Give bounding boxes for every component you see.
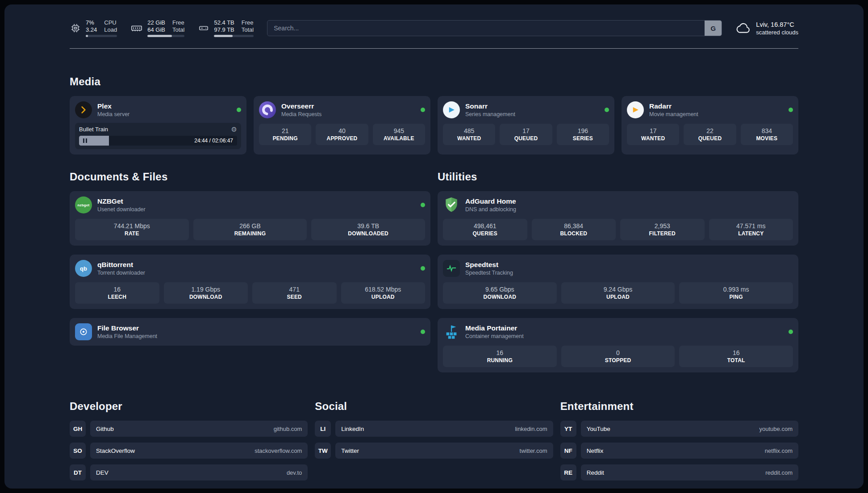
stat-value: 471 [254,286,335,293]
card-qbittorrent[interactable]: qb qBittorrent Torrent downloader 16 LEE… [70,255,430,309]
search-engine-button[interactable]: G [705,21,722,36]
reddit-abbr-tile[interactable]: RE [560,464,576,480]
stackoverflow-abbr-tile[interactable]: SO [70,443,86,459]
stat-label: FILTERED [622,230,703,237]
link-row-stackoverflow: SO StackOverflow stackoverflow.com [70,443,308,459]
card-portainer[interactable]: Media Portainer Container management 16 … [438,318,798,372]
stat-upload: 9.24 Gbps UPLOAD [561,282,675,304]
stat-label: LATENCY [711,230,792,237]
github-abbr-tile[interactable]: GH [70,421,86,437]
stat-upload: 618.52 Mbps UPLOAD [341,282,426,304]
memory-icon [130,22,143,34]
stat-value: 47.571 ms [711,222,792,230]
settings-icon[interactable]: ⚙ [231,126,237,133]
stat-value: 618.52 Mbps [343,286,424,293]
link-url: youtube.com [760,426,793,432]
status-dot-online [421,266,425,271]
playback-progress-bar[interactable]: 24:44 / 02:06:47 [79,136,237,146]
dev-link[interactable]: DEV dev.to [90,464,308,480]
stat-label: WANTED [629,135,677,142]
linkedin-link[interactable]: LinkedIn linkedin.com [335,421,553,437]
topbar: 7% 3.24 CPU Load [70,15,798,41]
link-url: linkedin.com [515,426,547,432]
app-meta: File Browser Media File Management [97,324,157,339]
twitter-link[interactable]: Twitter twitter.com [335,443,553,459]
search-input[interactable] [267,21,705,36]
app-name: Speedtest [465,261,513,269]
links-entertainment: Entertainment YT YouTube youtube.com NF … [560,400,798,480]
stat-value: 266 GB [195,222,305,230]
stat-label: QUERIES [445,230,526,237]
portainer-icon [443,323,460,340]
nzbget-icon: nzbget [75,196,92,213]
card-filebrowser[interactable]: File Browser Media File Management [70,318,430,346]
stat-label: TOTAL [681,357,791,364]
weather-widget[interactable]: Lviv, 16.87°C scattered clouds [735,21,798,36]
stat-leech: 16 LEECH [75,282,159,304]
link-row-youtube: YT YouTube youtube.com [560,421,798,437]
card-plex[interactable]: Plex Media server Bullet Train ⚙ 24:44 /… [70,96,246,155]
stat-downloaded: 39.6 TB DOWNLOADED [311,219,425,240]
youtube-link[interactable]: YouTube youtube.com [581,421,798,437]
stat-queued: 17 QUEUED [500,124,552,145]
storage-readout: 52.4 TB 97.9 TB Free Total [214,19,254,37]
app-subtitle: DNS and adblocking [465,206,516,213]
link-row-github: GH Github github.com [70,421,308,437]
dev-abbr-tile[interactable]: DT [70,464,86,480]
stackoverflow-link[interactable]: StackOverflow stackoverflow.com [90,443,308,459]
app-subtitle: Movie management [649,111,698,117]
speedtest-icon [443,260,460,277]
twitter-abbr-tile[interactable]: TW [315,443,331,459]
stat-queries: 498,461 QUERIES [443,219,527,240]
card-overseerr[interactable]: Overseerr Media Requests 21 PENDING 40 A… [254,96,430,155]
status-dot-online [789,108,793,112]
card-speedtest[interactable]: Speedtest Speedtest Tracking 9.65 Gbps D… [438,255,798,309]
stat-stopped: 0 STOPPED [561,346,675,367]
cpu-progress-track [86,35,117,37]
netflix-abbr-tile[interactable]: NF [560,443,576,459]
link-row-linkedin: LI LinkedIn linkedin.com [315,421,553,437]
card-nzbget[interactable]: nzbget NZBGet Usenet downloader 744.21 M… [70,191,430,246]
stat-value: 834 [743,127,791,135]
stat-running: 16 RUNNING [443,346,557,367]
app-subtitle: Torrent downloader [97,270,145,276]
stat-label: RUNNING [445,357,555,364]
stat-label: WANTED [445,135,493,142]
stat-value: 40 [317,127,366,135]
app-subtitle: Media Requests [281,111,321,117]
card-adguard[interactable]: AdGuard Home DNS and adblocking 498,461 … [438,191,798,246]
stat-pending: 21 PENDING [259,124,311,145]
plex-now-playing: Bullet Train ⚙ 24:44 / 02:06:47 [75,123,241,149]
storage-total-label: Total [242,26,254,33]
linkedin-abbr-tile[interactable]: LI [315,421,331,437]
youtube-abbr-tile[interactable]: YT [560,421,576,437]
cpu-percent: 7% [86,19,97,26]
app-subtitle: Container management [465,333,524,339]
netflix-link[interactable]: Netflix netflix.com [581,443,798,459]
card-radarr[interactable]: Radarr Movie management 17 WANTED 22 QUE… [622,96,798,155]
app-meta: Radarr Movie management [649,102,698,117]
stat-value: 196 [559,127,607,135]
section-title-entertainment: Entertainment [560,400,798,413]
app-meta: AdGuard Home DNS and adblocking [465,197,516,213]
card-header: Speedtest Speedtest Tracking [443,260,793,277]
cpu-icon [70,22,81,34]
column-utilities: Utilities AdGuard Home DNS and adblockin… [438,171,798,372]
link-url: twitter.com [520,447,547,454]
reddit-link[interactable]: Reddit reddit.com [581,464,798,480]
storage-progress-track [214,35,254,37]
overseerr-icon [259,101,276,118]
stats-row: 21 PENDING 40 APPROVED 945 AVAILABLE [259,124,425,145]
section-title-media: Media [70,75,798,88]
app-name: Radarr [649,102,698,110]
card-sonarr[interactable]: Sonarr Series management 485 WANTED 17 Q… [438,96,614,155]
status-dot-online [421,330,425,334]
stat-approved: 40 APPROVED [316,124,368,145]
github-link[interactable]: Github github.com [90,421,308,437]
stat-value: 16 [681,349,791,357]
storage-free-value: 52.4 TB [214,19,234,26]
pause-icon[interactable] [83,138,87,143]
middle-columns: Documents & Files nzbget NZBGet Usenet d… [70,171,798,372]
link-name: LinkedIn [341,426,364,432]
media-grid: Plex Media server Bullet Train ⚙ 24:44 /… [70,96,798,155]
